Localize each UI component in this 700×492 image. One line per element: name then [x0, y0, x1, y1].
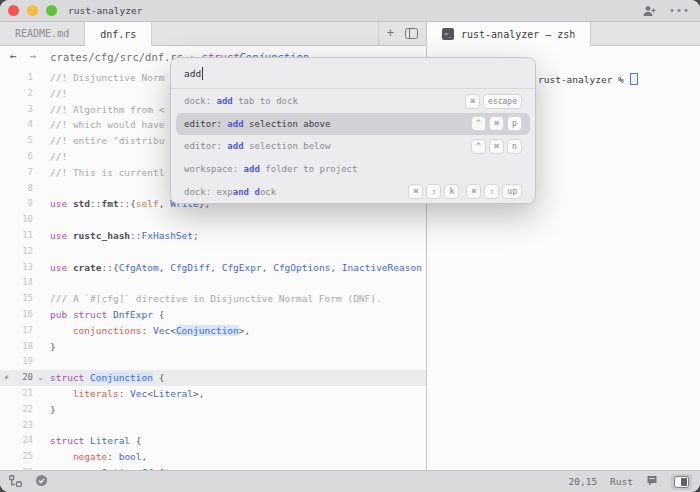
line-number: 2 [13, 86, 33, 102]
tab-readme-md[interactable]: README.md [0, 22, 85, 45]
split-pane-icon[interactable] [405, 24, 418, 43]
command-palette-input[interactable]: add [171, 58, 535, 89]
code-text: literals: Vec<Literal>, [46, 386, 205, 402]
diagnostics-check-icon[interactable] [35, 474, 48, 489]
new-tab-button[interactable]: + [387, 22, 394, 45]
app-window: rust-analyzer ••• README.mddnf.rs + >_ru… [0, 0, 700, 492]
fold-spacer [33, 228, 46, 244]
feedback-icon[interactable] [646, 475, 658, 489]
keycap: ^ [471, 139, 486, 154]
code-line[interactable]: ⚡20›struct Conjunction { [0, 370, 426, 386]
code-text [46, 181, 50, 197]
gutter: 23 [0, 418, 46, 434]
line-number: 15 [13, 291, 33, 307]
terminal-prompt: rust-analyzer % [538, 73, 638, 85]
keycap: escape [483, 94, 522, 109]
code-line[interactable]: 15/// A `#[cfg]` directive in Disjunctiv… [0, 291, 426, 307]
keybinding: ⌘escape [465, 94, 522, 109]
line-number: 1 [13, 70, 33, 86]
line-number: 8 [13, 181, 33, 197]
line-number: 9 [13, 196, 33, 212]
code-line[interactable]: 17 conjunctions: Vec<Conjunction>, [0, 323, 426, 339]
fold-spacer [33, 86, 46, 102]
palette-item[interactable]: editor: add selection above^⌘p [176, 113, 530, 136]
code-line[interactable]: 24struct Literal { [0, 433, 426, 449]
code-line[interactable]: 21 literals: Vec<Literal>, [0, 386, 426, 402]
code-line[interactable]: 10 [0, 212, 426, 228]
code-line[interactable]: 22} [0, 402, 426, 418]
palette-item-label: dock: expand dock [184, 187, 276, 197]
add-collaborator-icon[interactable] [642, 5, 657, 17]
gutter: 4 [0, 117, 46, 133]
zoom-window-button[interactable] [46, 5, 57, 16]
fold-spacer [33, 418, 46, 434]
keycap: ⌘ [465, 94, 480, 109]
tab-dnf-rs[interactable]: dnf.rs [85, 22, 152, 46]
line-number: 25 [13, 449, 33, 465]
keybinding: ^⌘p [471, 116, 522, 131]
line-number: 22 [13, 402, 33, 418]
palette-item[interactable]: editor: add selection below^⌘n [171, 135, 535, 158]
code-line[interactable]: 16pub struct DnfExpr { [0, 307, 426, 323]
gutter-spacer [0, 260, 13, 276]
command-palette: add dock: add tab to dock⌘escapeeditor: … [170, 57, 536, 204]
tab-rust-analyzer-zsh[interactable]: >_rust-analyzer — zsh [427, 22, 591, 46]
fold-spacer [33, 291, 46, 307]
gutter: 16 [0, 307, 46, 323]
minimize-window-button[interactable] [27, 5, 38, 16]
palette-item[interactable]: workspace: add folder to project [171, 158, 535, 181]
code-action-lightning-icon[interactable]: ⚡ [0, 370, 13, 386]
code-line[interactable]: 25 negate: bool, [0, 449, 426, 465]
code-line[interactable]: 12 [0, 244, 426, 260]
code-line[interactable]: 18} [0, 339, 426, 355]
fold-spacer [33, 196, 46, 212]
gutter-spacer [0, 386, 13, 402]
navigate-forward-icon[interactable]: → [30, 50, 37, 63]
line-number: 4 [13, 117, 33, 133]
language-indicator[interactable]: Rust [610, 476, 633, 487]
code-line[interactable]: 19 [0, 354, 426, 370]
fold-spacer [33, 102, 46, 118]
line-number: 18 [13, 339, 33, 355]
fold-chevron-icon[interactable]: › [33, 370, 46, 386]
code-line[interactable]: 23 [0, 418, 426, 434]
status-bar: 20,15 Rust [0, 470, 700, 492]
gutter: 22 [0, 402, 46, 418]
gutter: 19 [0, 354, 46, 370]
keycap: n [507, 139, 522, 154]
line-number: 3 [13, 102, 33, 118]
palette-item[interactable]: dock: add tab to dock⌘escape [171, 90, 535, 113]
breadcrumb-file-path[interactable]: crates/cfg/src/dnf.rs [50, 51, 183, 63]
project-panel-icon[interactable] [9, 475, 22, 489]
terminal-tab-group: >_rust-analyzer — zsh [427, 22, 700, 45]
close-window-button[interactable] [8, 5, 19, 16]
gutter: 11 [0, 228, 46, 244]
line-number: 10 [13, 212, 33, 228]
gutter-spacer [0, 275, 13, 291]
gutter-spacer [0, 291, 13, 307]
tab-label: rust-analyzer — zsh [461, 29, 575, 40]
text-caret [202, 67, 203, 80]
gutter-spacer [0, 196, 13, 212]
code-line[interactable]: 13use crate::{CfgAtom, CfgDiff, CfgExpr,… [0, 260, 426, 276]
gutter-spacer [0, 449, 13, 465]
code-text: //! Algorithm from < [46, 102, 164, 118]
keycap: ^ [471, 116, 486, 131]
gutter: 14 [0, 275, 46, 291]
code-text [46, 244, 50, 260]
code-text: conjunctions: Vec<Conjunction>, [46, 323, 250, 339]
more-menu-icon[interactable]: ••• [669, 5, 690, 16]
titlebar: rust-analyzer ••• [0, 0, 700, 22]
code-line[interactable]: 14 [0, 275, 426, 291]
fold-spacer [33, 260, 46, 276]
fold-spacer [33, 339, 46, 355]
cursor-position[interactable]: 20,15 [569, 476, 598, 487]
palette-item[interactable]: dock: expand dock⌘⇧k⌘⇧up [171, 180, 535, 203]
keycap: p [507, 116, 522, 131]
gutter: 15 [0, 291, 46, 307]
code-line[interactable]: 11use rustc_hash::FxHashSet; [0, 228, 426, 244]
right-dock-toggle[interactable] [671, 474, 692, 490]
navigate-back-icon[interactable]: ← [10, 50, 17, 63]
fold-spacer [33, 433, 46, 449]
code-text: //! [46, 149, 67, 165]
